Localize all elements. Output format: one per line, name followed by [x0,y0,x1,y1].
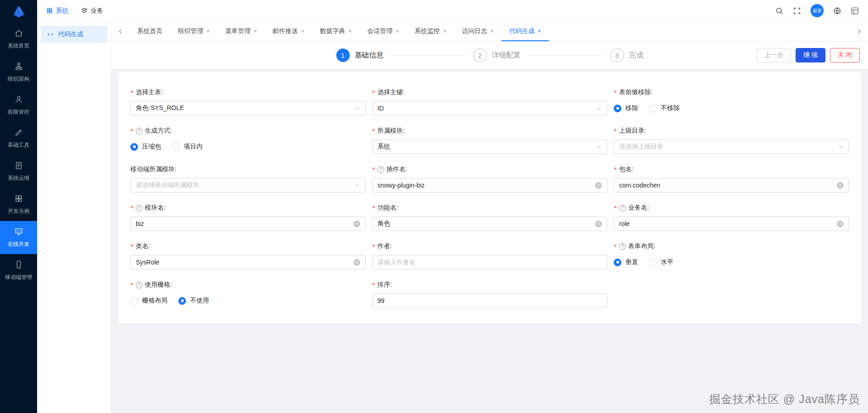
close-icon[interactable]: × [396,28,399,34]
clear-icon[interactable]: × [353,259,360,266]
tabs-scroll-right-icon[interactable] [850,22,868,41]
sidebar-item-demo[interactable]: 开发示例 [0,188,37,221]
submenu-item-code-generation[interactable]: 代码生成 [41,26,107,43]
class-name-input[interactable] [136,259,350,266]
sidebar-item-org[interactable]: 组织架构 [0,56,37,89]
clear-icon[interactable]: × [595,182,602,189]
page-tab-data-dict[interactable]: 数据字典 × [312,22,360,41]
field-label-text: 模块名: [145,204,166,212]
clear-icon[interactable]: × [595,221,602,227]
function-name-input[interactable] [377,220,591,227]
use-grid-radio-group: 栅格布局 不使用 [130,293,366,308]
page-tab-menu-manage[interactable]: 菜单管理 × [218,22,265,41]
page-tab-session-manage[interactable]: 会话管理 × [359,22,407,41]
belong-module-select[interactable]: 系统 [372,139,607,154]
clear-icon[interactable]: × [837,221,844,227]
close-icon[interactable]: × [206,28,210,34]
help-icon[interactable]: ? [619,205,626,211]
search-icon[interactable] [775,7,783,15]
select-value: ID [377,105,384,112]
sidebar-item-label: 基础工具 [8,141,29,149]
topnav-label: 系统 [56,7,68,15]
field-form-layout: * ? 表单布局: 垂直 [614,242,849,269]
mobile-module-select[interactable]: 请选择移动端所属模块 [130,178,366,192]
radio-not-remove[interactable]: 不移除 [649,104,680,112]
chevron-down-icon [355,106,360,111]
page-tab-mail-push[interactable]: 邮件推送 × [265,22,312,41]
page-tab-home[interactable]: 系统首页 [129,22,170,41]
radio-remove[interactable]: 移除 [614,104,638,112]
help-icon[interactable]: ? [136,205,143,211]
page-tab-org-manage[interactable]: 组织管理 × [170,22,218,41]
field-package-name: * 包名: × [614,165,849,192]
clear-icon[interactable]: × [353,221,360,227]
business-name-input[interactable] [619,220,833,227]
field-label-text: 使用栅格: [145,281,172,289]
tabs-scroll-left-icon[interactable] [111,22,129,41]
radio-no-grid[interactable]: 不使用 [178,297,209,305]
parent-directory-select[interactable]: 请选择上级目录 [614,139,849,154]
topbar: 系统 业务 超管 [37,0,868,22]
home-icon [14,29,23,39]
author-input[interactable] [377,259,602,266]
sidebar-item-home[interactable]: 系统首页 [0,23,37,56]
radio-horizontal[interactable]: 水平 [649,258,673,266]
chevron-down-icon [355,182,360,188]
language-globe-icon[interactable] [833,7,841,15]
required-asterisk: * [614,89,617,96]
layout-grid-icon[interactable] [851,7,859,15]
generate-method-radio-group: 压缩包 项目内 [130,139,366,154]
help-icon[interactable]: ? [136,128,143,134]
required-asterisk: * [130,89,134,96]
main-table-select[interactable]: 角色-SYS_ROLE [130,101,366,115]
sidebar-item-label: 组织架构 [8,75,29,83]
sort-input[interactable] [377,297,602,304]
close-button[interactable]: 关 闭 [830,48,860,62]
field-use-grid: * ? 使用栅格: 栅格布局 [130,281,366,308]
close-icon[interactable]: × [491,28,494,34]
close-icon[interactable]: × [443,28,447,34]
clear-icon[interactable]: × [837,182,844,189]
continue-button[interactable]: 继 续 [796,48,825,62]
close-icon[interactable]: × [538,28,541,34]
page-tab-access-log[interactable]: 访问日志 × [454,22,502,41]
close-icon[interactable]: × [254,28,258,34]
sidebar-item-online-dev[interactable]: 在线开发 [0,221,37,254]
radio-zip[interactable]: 压缩包 [130,143,161,151]
field-main-table: * 选择主表: 角色-SYS_ROLE [130,88,366,115]
topnav-system[interactable]: 系统 [46,7,68,15]
code-icon [47,31,54,38]
close-icon[interactable]: × [348,28,352,34]
sidebar-item-label: 系统首页 [8,42,29,50]
prev-step-button[interactable]: 上一步 [757,48,791,62]
sidebar-item-label: 开发示例 [8,207,29,215]
primary-sidebar: 系统首页 组织架构 权限管控 基础工具 系统运维 开发示例 在线开发 移动端管 [0,0,37,413]
page-tab-system-monitor[interactable]: 系统监控 × [407,22,454,41]
prefix-remove-radio-group: 移除 不移除 [614,101,849,115]
radio-in-project[interactable]: 项目内 [172,143,203,151]
field-label-text: 类名: [136,242,150,250]
radio-checked-icon [178,297,186,305]
package-name-input[interactable] [619,182,833,189]
plugin-name-input[interactable] [377,182,591,189]
required-asterisk: * [614,166,617,173]
fullscreen-icon[interactable] [793,7,801,15]
sidebar-item-mobile[interactable]: 移动端管理 [0,254,37,287]
close-icon[interactable]: × [301,28,305,34]
help-icon[interactable]: ? [136,282,143,288]
avatar[interactable]: 超管 [811,4,824,17]
sidebar-item-tools[interactable]: 基础工具 [0,122,37,155]
submenu-item-label: 代码生成 [58,30,83,38]
radio-grid-layout[interactable]: 栅格布局 [130,297,167,305]
sidebar-item-ops[interactable]: 系统运维 [0,155,37,188]
chevron-down-icon [838,144,844,149]
module-name-input[interactable] [136,220,350,227]
radio-vertical[interactable]: 垂直 [614,258,638,266]
sidebar-item-permission[interactable]: 权限管控 [0,89,37,122]
help-icon[interactable]: ? [619,243,626,250]
primary-key-select[interactable]: ID [372,101,607,115]
topnav-business[interactable]: 业务 [81,7,103,15]
help-icon[interactable]: ? [377,166,384,173]
page-tab-code-generation[interactable]: 代码生成 × [501,22,549,41]
select-placeholder: 请选择移动端所属模块 [136,181,199,189]
